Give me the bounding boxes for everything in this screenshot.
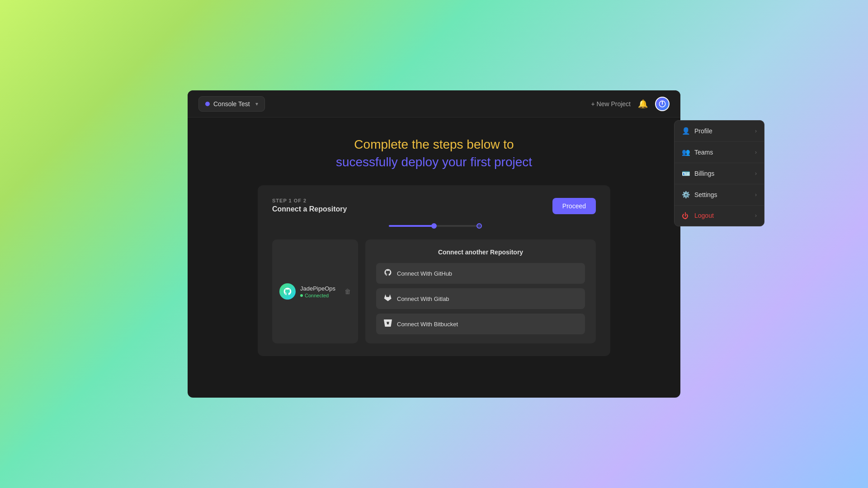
status-label: Connected	[305, 293, 329, 298]
new-project-button[interactable]: + New Project	[591, 100, 631, 108]
connected-username: JadePipeOps	[300, 285, 335, 292]
menu-label-profile: Profile	[694, 127, 712, 135]
menu-item-profile[interactable]: 👤 Profile ›	[675, 121, 764, 142]
content-area: Complete the steps below to sucessfully …	[188, 117, 680, 398]
project-selector[interactable]: Console Test ▾	[198, 96, 265, 112]
notification-bell-icon[interactable]: 🔔	[638, 99, 648, 109]
step-title: Connect a Repository	[272, 205, 347, 213]
power-icon	[658, 100, 666, 108]
group-icon: 👥	[682, 148, 690, 156]
connect-gitlab-label: Connect With Gitlab	[397, 296, 449, 302]
menu-item-settings[interactable]: ⚙️ Settings ›	[675, 184, 764, 206]
gitlab-icon	[383, 294, 392, 304]
step-card: STEP 1 OF 2 Connect a Repository Proceed	[258, 185, 610, 356]
menu-chevron-billings: ›	[755, 170, 757, 177]
step-header: STEP 1 OF 2 Connect a Repository Proceed	[272, 198, 596, 214]
repo-area: JadePipeOps Connected 🗑 Connect another …	[272, 239, 596, 343]
top-bar: Console Test ▾ + New Project 🔔	[188, 90, 680, 117]
credit-card-icon: 🪪	[682, 169, 690, 178]
top-right-actions: + New Project 🔔	[591, 97, 670, 111]
project-dot-icon	[205, 102, 210, 106]
progress-track	[389, 225, 479, 227]
user-dropdown-menu: 👤 Profile › 👥 Teams ›	[674, 120, 764, 226]
person-icon: 👤	[682, 127, 690, 135]
connect-bitbucket-label: Connect With Bitbucket	[397, 321, 458, 328]
progress-fill	[389, 225, 434, 227]
menu-item-billings[interactable]: 🪪 Billings ›	[675, 163, 764, 184]
trash-icon[interactable]: 🗑	[344, 288, 351, 295]
step-label: STEP 1 OF 2	[272, 198, 347, 203]
menu-chevron-logout: ›	[755, 212, 757, 219]
github-logo-icon	[283, 287, 292, 296]
connect-another-title: Connect another Repository	[376, 249, 585, 256]
menu-chevron-settings: ›	[755, 192, 757, 198]
menu-chevron-profile: ›	[755, 128, 757, 134]
avatar-button[interactable]	[655, 97, 670, 111]
project-name: Console Test	[213, 100, 250, 108]
step-info: STEP 1 OF 2 Connect a Repository	[272, 198, 347, 213]
connect-another-card: Connect another Repository Connect With …	[365, 239, 596, 343]
proceed-button[interactable]: Proceed	[552, 198, 596, 214]
logout-icon: ⏻	[682, 212, 690, 220]
connect-github-label: Connect With GitHub	[397, 270, 452, 277]
connect-bitbucket-button[interactable]: Connect With Bitbucket	[376, 314, 585, 334]
headline-line2: sucessfully deploy your first project	[336, 153, 532, 171]
menu-label-logout: Logout	[694, 212, 714, 219]
menu-item-logout[interactable]: ⏻ Logout ›	[675, 206, 764, 226]
main-window: Console Test ▾ + New Project 🔔	[188, 90, 680, 398]
menu-item-teams[interactable]: 👥 Teams ›	[675, 142, 764, 163]
menu-label-settings: Settings	[694, 191, 717, 198]
github-icon	[383, 268, 392, 278]
step-dot-2	[476, 223, 482, 229]
progress-bar	[272, 225, 596, 227]
menu-label-billings: Billings	[694, 170, 714, 177]
status-dot-icon	[300, 294, 303, 297]
chevron-down-icon: ▾	[255, 101, 258, 107]
headline: Complete the steps below to sucessfully …	[336, 136, 532, 171]
avatar-wrapper: 👤 Profile › 👥 Teams ›	[655, 97, 670, 111]
connected-account-card: JadePipeOps Connected 🗑	[272, 239, 358, 343]
connect-gitlab-button[interactable]: Connect With Gitlab	[376, 288, 585, 309]
step-dot-1	[431, 223, 437, 229]
menu-chevron-teams: ›	[755, 149, 757, 155]
connected-status: Connected	[300, 293, 335, 298]
menu-label-teams: Teams	[694, 149, 713, 156]
github-avatar	[279, 283, 296, 300]
connect-github-button[interactable]: Connect With GitHub	[376, 263, 585, 284]
gear-icon: ⚙️	[682, 191, 690, 199]
bitbucket-icon	[383, 319, 392, 329]
headline-line1: Complete the steps below to	[336, 136, 532, 153]
